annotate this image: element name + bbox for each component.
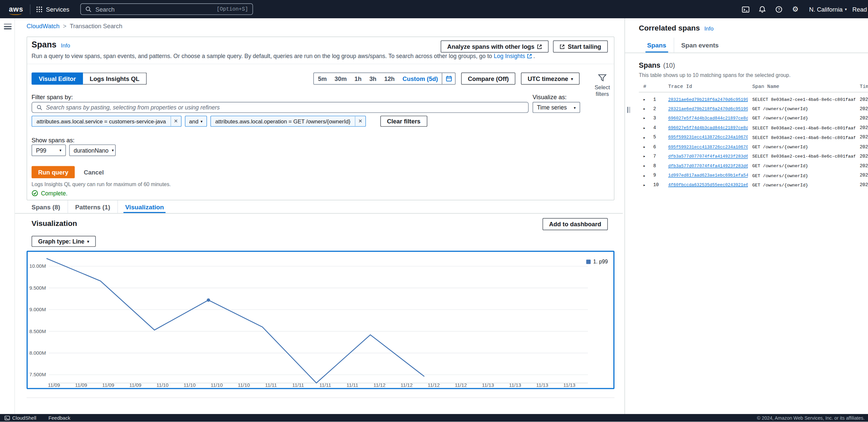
expand-row-icon[interactable]: ▸ [639, 97, 650, 102]
time-range-30m[interactable]: 30m [331, 73, 351, 84]
line-chart[interactable]: 10.00M9.500M9.000M8.500M8.000M7.500M11/0… [27, 251, 615, 389]
span-table-row: ▸4696027e5f74d4b3cad844c21897ce8d7SELECT… [639, 123, 868, 133]
span-name: SELECT 8e036ae2-cee1-4ba6-8e6c-c801faaf6… [748, 125, 856, 130]
show-spans-label: Show spans as: [32, 137, 75, 143]
time-range-12h[interactable]: 12h [380, 73, 399, 84]
expand-row-icon[interactable]: ▸ [639, 116, 650, 121]
add-to-dashboard-button[interactable]: Add to dashboard [542, 218, 608, 230]
results-tab-spans-8[interactable]: Spans (8) [24, 200, 67, 213]
chevron-down-icon: ▾ [574, 105, 576, 109]
expand-row-icon[interactable]: ▸ [639, 125, 650, 130]
span-time: 2024 [856, 125, 868, 131]
services-menu[interactable]: Services [36, 6, 69, 12]
graph-type-dropdown[interactable]: Graph type: Line ▾ [32, 236, 96, 247]
svg-text:11/13: 11/13 [482, 382, 494, 388]
aws-logo[interactable]: aws [9, 5, 24, 13]
help-icon[interactable]: ? [770, 0, 787, 18]
svg-text:11/11: 11/11 [265, 382, 277, 388]
custom-time-range-button[interactable]: Custom (5d) [399, 73, 442, 84]
svg-text:11/12: 11/12 [373, 382, 385, 388]
results-tab-patterns-1[interactable]: Patterns (1) [67, 200, 118, 213]
trace-id-link[interactable]: 696027e5f74d4b3cad844c21897ce8d7 [663, 126, 748, 130]
analyze-spans-button[interactable]: Analyze spans with other logs [441, 40, 549, 53]
footer-feedback-button[interactable]: Feedback [49, 415, 70, 421]
correlated-tab-span-events[interactable]: Span events [674, 37, 726, 53]
calendar-icon [445, 75, 452, 82]
calendar-icon-button[interactable] [442, 73, 455, 84]
span-table-row: ▸5695f599231ecc4138726cc234a10670bSELECT… [639, 133, 868, 142]
expand-row-icon[interactable]: ▸ [639, 183, 650, 188]
compare-button[interactable]: Compare (Off) [461, 73, 515, 85]
hamburger-menu-icon[interactable] [4, 22, 11, 31]
region-selector[interactable]: N. California ▾ [809, 6, 847, 12]
filter-operator-dropdown[interactable]: and ▾ [185, 116, 207, 127]
svg-text:11/09: 11/09 [102, 382, 114, 388]
start-tailing-button[interactable]: Start tailing [553, 40, 608, 53]
global-search-input[interactable]: Search [Option+S] [80, 3, 253, 15]
span-name: GET /owners/{ownerId} [748, 164, 856, 168]
trace-id-link[interactable]: 1d997ed817aad623ae1ebc69b1efa54e [663, 173, 748, 177]
time-range-3h[interactable]: 3h [365, 73, 380, 84]
correlated-info-link[interactable]: Info [705, 26, 714, 32]
breadcrumb-current: Transaction Search [70, 23, 122, 29]
time-range-5m[interactable]: 5m [314, 73, 331, 84]
spans-info-link[interactable]: Info [61, 42, 70, 48]
row-number: 10 [650, 182, 664, 188]
chart-legend[interactable]: 1. p99 [586, 258, 608, 264]
account-menu[interactable]: Read [852, 6, 867, 12]
clear-filters-button[interactable]: Clear filters [380, 116, 427, 127]
percentile-dropdown[interactable]: P99 ▾ [32, 144, 66, 156]
tab-logs-insights-ql[interactable]: Logs Insights QL [83, 73, 147, 85]
trace-id-link[interactable]: 695f599231ecc4138726cc234a10670b [663, 144, 748, 149]
remove-filter-icon[interactable]: ✕ [171, 119, 181, 124]
correlated-tab-spans[interactable]: Spans [640, 37, 674, 53]
trace-id-link[interactable]: 4f60fbccda632535d55eec0243921e6b [663, 183, 748, 187]
expand-row-icon[interactable]: ▸ [639, 164, 650, 168]
settings-gear-icon[interactable]: ⚙ [787, 0, 804, 18]
timezone-dropdown[interactable]: UTC timezone ▾ [521, 73, 580, 85]
filter-chips-row: attributes.aws.local.service = customers… [32, 116, 427, 127]
row-number: 5 [650, 135, 664, 140]
select-filters-button[interactable]: Select filters [590, 74, 614, 97]
span-name: GET /owners/{ownerId} [748, 116, 856, 121]
panel-resize-handle[interactable] [627, 107, 630, 113]
trace-id-link[interactable]: dfb3a577d077074f4fa414923f283d64 [663, 154, 748, 159]
span-table-row: ▸8dfb3a577d077074f4fa414923f283d64GET /o… [639, 161, 868, 171]
expand-row-icon[interactable]: ▸ [639, 173, 650, 178]
cloudshell-icon[interactable] [737, 0, 754, 18]
metric-dropdown[interactable]: durationNano ▾ [69, 144, 116, 156]
notifications-bell-icon[interactable] [754, 0, 770, 18]
cancel-button[interactable]: Cancel [79, 166, 108, 178]
trace-id-link[interactable]: dfb3a577d077074f4fa414923f283d64 [663, 164, 748, 168]
span-time: 2024 [856, 135, 868, 140]
trace-id-link[interactable]: 695f599231ecc4138726cc234a10670b [663, 135, 748, 140]
results-tab-visualization[interactable]: Visualization [118, 200, 171, 213]
visualize-as-dropdown[interactable]: Time series ▾ [532, 102, 580, 113]
span-name: SELECT 8e036ae2-cee1-4ba6-8e6c-c801faaf6… [748, 97, 856, 102]
trace-id-link[interactable]: 28321ae6ed79b218f6a2470d6c95199f [663, 97, 748, 101]
time-range-1h[interactable]: 1h [351, 73, 366, 84]
span-filter-search-input[interactable]: Search spans by pasting, selecting from … [32, 102, 529, 113]
chevron-down-icon: ▾ [845, 7, 847, 11]
span-name: SELECT 8e036ae2-cee1-4ba6-8e6c-c801faaf6… [748, 135, 856, 140]
expand-row-icon[interactable]: ▸ [639, 106, 650, 111]
footer-cloudshell-button[interactable]: CloudShell [4, 415, 36, 421]
run-query-button[interactable]: Run query [32, 166, 75, 178]
trace-id-link[interactable]: 28321ae6ed79b218f6a2470d6c95199f [663, 107, 748, 111]
tab-visual-editor[interactable]: Visual Editor [32, 73, 83, 85]
table-header-row: #Trace IdSpan NameTime [639, 82, 868, 93]
span-time: 2024 [856, 116, 868, 122]
row-number: 4 [650, 125, 664, 131]
breadcrumb-cloudwatch-link[interactable]: CloudWatch [27, 23, 59, 29]
span-table-row: ▸91d997ed817aad623ae1ebc69b1efa54eGET /o… [639, 171, 868, 181]
expand-row-icon[interactable]: ▸ [639, 144, 650, 149]
remove-filter-icon[interactable]: ✕ [355, 119, 365, 124]
status-text: Complete. [41, 190, 67, 196]
expand-row-icon[interactable]: ▸ [639, 154, 650, 159]
account-label: Read [852, 6, 867, 12]
svg-text:?: ? [777, 7, 780, 11]
svg-text:9.500M: 9.500M [29, 285, 46, 291]
trace-id-link[interactable]: 696027e5f74d4b3cad844c21897ce8d7 [663, 116, 748, 121]
expand-row-icon[interactable]: ▸ [639, 135, 650, 140]
log-insights-link[interactable]: Log Insights [494, 53, 525, 59]
